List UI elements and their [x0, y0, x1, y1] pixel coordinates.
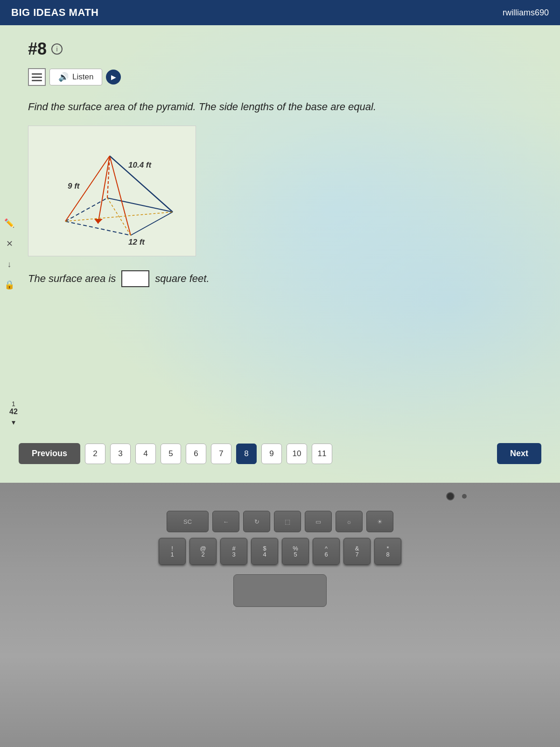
page-total: 42 — [9, 408, 18, 416]
answer-input[interactable] — [121, 270, 149, 287]
camera-dot — [446, 492, 455, 500]
previous-button[interactable]: Previous — [19, 443, 80, 464]
dropdown-arrow-icon[interactable]: ▾ — [12, 418, 15, 427]
svg-text:12 ft: 12 ft — [128, 238, 145, 247]
touchpad-area — [70, 574, 490, 607]
svg-text:10.4 ft: 10.4 ft — [128, 161, 152, 169]
app-header: BIG IDEAS MATH rwilliams690 — [0, 0, 560, 25]
answer-prefix: The surface area is — [28, 273, 116, 285]
nav-bar: Previous 2 3 4 5 6 7 8 9 10 11 Next — [19, 443, 541, 464]
fn-row: SC ← ↻ ⬚ ▭ ☼ ☀ — [70, 511, 490, 532]
menu-line-3 — [32, 80, 42, 81]
app-user: rwilliams690 — [503, 8, 549, 18]
page-btn-11[interactable]: 11 — [312, 444, 332, 464]
question-number: #8 — [28, 39, 47, 59]
svg-marker-9 — [94, 219, 103, 224]
svg-line-5 — [110, 156, 131, 235]
menu-line-1 — [32, 73, 42, 75]
svg-line-2 — [65, 198, 107, 221]
pyramid-diagram: 9 ft 10.4 ft 12 ft — [28, 126, 196, 256]
menu-line-2 — [32, 77, 42, 78]
play-button[interactable]: ▶ — [106, 70, 121, 85]
key-back[interactable]: ← — [212, 511, 239, 532]
touchpad[interactable] — [233, 574, 327, 607]
key-multiwindow[interactable]: ▭ — [305, 511, 332, 532]
page-btn-10[interactable]: 10 — [287, 444, 307, 464]
camera-area — [446, 492, 467, 500]
content-wrapper: #8 i 🔊 Listen ▶ Find the surface area of… — [0, 25, 560, 320]
page-btn-5[interactable]: 5 — [161, 444, 181, 464]
pyramid-svg: 9 ft 10.4 ft 12 ft — [37, 133, 187, 249]
info-icon[interactable]: i — [51, 43, 63, 55]
page-btn-3[interactable]: 3 — [110, 444, 131, 464]
page-indicator: 1 42 ▾ — [9, 400, 18, 427]
key-at-2[interactable]: @ 2 — [189, 538, 217, 565]
answer-suffix: square feet. — [155, 273, 209, 285]
key-excl-1[interactable]: ! 1 — [159, 538, 186, 565]
key-caret-6[interactable]: ^ 6 — [313, 538, 340, 565]
speaker-icon: 🔊 — [58, 72, 69, 82]
page-btn-4[interactable]: 4 — [135, 444, 156, 464]
question-number-row: #8 i — [28, 39, 532, 59]
laptop-body: SC ← ↻ ⬚ ▭ ☼ ☀ ! 1 @ 2 # 3 $ 4 — [0, 483, 560, 747]
key-dollar-4[interactable]: $ 4 — [251, 538, 278, 565]
key-percent-5[interactable]: % 5 — [282, 538, 309, 565]
camera-dot-small — [462, 494, 467, 499]
number-row: ! 1 @ 2 # 3 $ 4 % 5 ^ 6 — [70, 538, 490, 565]
page-btn-2[interactable]: 2 — [85, 444, 105, 464]
svg-text:9 ft: 9 ft — [68, 182, 80, 190]
key-star-8[interactable]: * 8 — [374, 538, 401, 565]
page-btn-9[interactable]: 9 — [261, 444, 282, 464]
menu-button[interactable] — [28, 68, 46, 86]
key-sc[interactable]: SC — [167, 511, 209, 532]
app-title: BIG IDEAS MATH — [11, 7, 98, 19]
key-brightness-down[interactable]: ☼ — [336, 511, 363, 532]
listen-button[interactable]: 🔊 Listen — [49, 69, 102, 85]
keyboard-area: SC ← ↻ ⬚ ▭ ☼ ☀ ! 1 @ 2 # 3 $ 4 — [70, 511, 490, 607]
page-current: 1 — [12, 400, 15, 408]
page-btn-8[interactable]: 8 — [236, 444, 257, 464]
next-button[interactable]: Next — [497, 443, 541, 464]
problem-text: Find the surface area of the pyramid. Th… — [28, 99, 532, 114]
key-hash-3[interactable]: # 3 — [220, 538, 247, 565]
answer-area: The surface area is square feet. — [28, 270, 532, 287]
svg-line-8 — [98, 156, 110, 224]
screen-area: ✏️ ✕ ↓ 🔒 1 42 ▾ #8 i 🔊 Listen — [0, 25, 560, 483]
key-brightness-up[interactable]: ☀ — [366, 511, 393, 532]
key-fullscreen[interactable]: ⬚ — [274, 511, 301, 532]
svg-line-11 — [107, 198, 131, 235]
page-btn-6[interactable]: 6 — [186, 444, 206, 464]
svg-line-1 — [131, 212, 173, 235]
key-refresh[interactable]: ↻ — [243, 511, 270, 532]
key-amp-7[interactable]: & 7 — [343, 538, 371, 565]
page-btn-7[interactable]: 7 — [211, 444, 231, 464]
listen-label: Listen — [72, 72, 93, 82]
listen-bar: 🔊 Listen ▶ — [28, 68, 532, 86]
svg-line-3 — [107, 198, 173, 212]
